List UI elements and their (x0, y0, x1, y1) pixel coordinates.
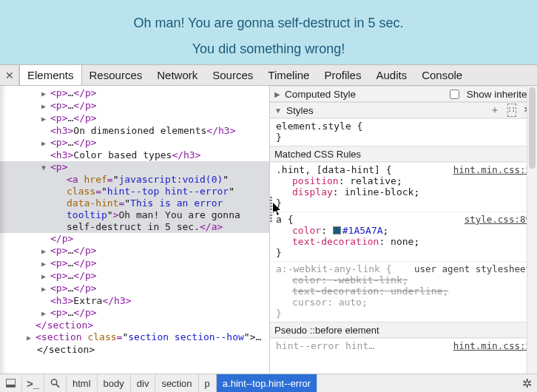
console-icon[interactable]: >_ (22, 374, 44, 392)
color-swatch-icon[interactable] (333, 226, 341, 234)
section-label: Styles (286, 105, 314, 116)
dom-node[interactable]: ▶<p>…</p> (0, 112, 269, 125)
tab-profiles[interactable]: Profiles (317, 65, 368, 85)
style-rule[interactable]: style.css:89 a { color: #1A5A7A; text-de… (270, 212, 537, 261)
chevron-right-icon[interactable]: ▶ (41, 283, 50, 295)
tab-audits[interactable]: Audits (368, 65, 414, 85)
dom-node[interactable]: <h3>Extra</h3> (0, 295, 269, 307)
close-icon[interactable]: ✕ (0, 65, 19, 85)
chevron-right-icon[interactable]: ▶ (41, 308, 50, 320)
dom-node-selected[interactable]: <a href="javascript:void(0)" class="hint… (0, 174, 269, 233)
stylesheet-link[interactable]: hint.min.css:5 (453, 164, 531, 175)
svg-rect-1 (6, 385, 15, 387)
breadcrumb[interactable]: a.hint--top.hint--error (217, 374, 317, 392)
chevron-down-icon[interactable]: ▼ (41, 162, 50, 174)
style-rule[interactable]: user agent stylesheet a:-webkit-any-link… (270, 261, 537, 322)
svg-point-2 (51, 379, 56, 385)
page-content: Oh man! You are gonna self-destruct in 5… (0, 0, 537, 64)
dom-tree[interactable]: ▶<p>…</p> ▶<p>…</p> ▶<p>…</p> <h3>On dim… (0, 86, 269, 356)
dom-node[interactable]: ▼<p> (0, 161, 269, 174)
computed-style-section[interactable]: ▶ Computed Style Show inherited (270, 86, 537, 102)
dom-node[interactable]: <h3>On dimensioned elements</h3> (0, 125, 269, 137)
devtools-toolbar: ✕ Elements Resources Network Sources Tim… (0, 65, 537, 86)
status-bar: >_ html body div section p a.hint--top.h… (0, 374, 537, 392)
dom-node[interactable]: ▶<p>…</p> (0, 307, 269, 320)
search-icon[interactable] (44, 374, 67, 392)
dom-node[interactable]: </p> (0, 233, 269, 245)
tab-resources[interactable]: Resources (82, 65, 150, 85)
toggle-element-state-icon[interactable]: ∷ (507, 104, 516, 117)
style-rule[interactable]: hint.min.css:5 .hint, [data-hint] { posi… (270, 162, 537, 212)
chevron-right-icon[interactable]: ▶ (41, 138, 50, 149)
styles-panel[interactable]: ▶ Computed Style Show inherited ▼ Styles… (270, 86, 537, 374)
chevron-right-icon[interactable]: ▶ (41, 258, 50, 270)
chevron-right-icon[interactable]: ▶ (41, 113, 50, 125)
breadcrumb[interactable]: html (67, 374, 98, 392)
chevron-right-icon[interactable]: ▶ (274, 90, 280, 98)
stylesheet-link[interactable]: hint.min.css:5 (453, 340, 531, 351)
tab-console[interactable]: Console (414, 65, 470, 85)
style-rule[interactable]: element.style { } (270, 118, 537, 146)
show-inherited-label: Show inherited (467, 89, 533, 100)
scrollbar[interactable] (527, 86, 537, 374)
dom-node[interactable]: <h3>Color based types</h3> (0, 149, 269, 161)
chevron-down-icon[interactable]: ▼ (274, 107, 282, 115)
breadcrumb[interactable]: div (131, 374, 156, 392)
selector: element.style { (276, 121, 531, 132)
section-label: Pseudo ::before element (274, 325, 379, 336)
devtools: ✕ Elements Resources Network Sources Tim… (0, 64, 537, 392)
panels: ▶<p>…</p> ▶<p>…</p> ▶<p>…</p> <h3>On dim… (0, 86, 537, 374)
section-label: Matched CSS Rules (274, 149, 361, 160)
rule-origin: user agent stylesheet (414, 263, 531, 274)
breadcrumb[interactable]: section (155, 374, 198, 392)
gear-icon[interactable]: ✲ (516, 374, 537, 392)
style-rule[interactable]: hint.min.css:5 hint--error hint… (270, 338, 537, 354)
stylesheet-link[interactable]: style.css:89 (465, 214, 531, 225)
dom-node[interactable]: ▶<p>…</p> (0, 137, 269, 149)
tab-network[interactable]: Network (149, 65, 205, 85)
tooltip-demo-line1: Oh man! You are gonna self-destruct in 5… (133, 16, 403, 31)
scrollbar-thumb[interactable] (529, 87, 536, 169)
panel-tabs: Elements Resources Network Sources Timel… (19, 65, 470, 85)
dom-node[interactable]: </section> (0, 320, 269, 331)
dom-node[interactable]: ▶<p>…</p> (0, 245, 269, 257)
show-inherited-checkbox[interactable] (450, 89, 459, 99)
chevron-right-icon[interactable]: ▶ (41, 101, 50, 112)
breadcrumb[interactable]: p (199, 374, 217, 392)
dom-node[interactable]: ▶<p>…</p> (0, 100, 269, 112)
dom-node[interactable]: ▶<p>…</p> (0, 270, 269, 283)
chevron-right-icon[interactable]: ▶ (41, 246, 50, 257)
styles-section[interactable]: ▼ Styles ＋ ∷ ✲ (270, 102, 537, 118)
dom-node[interactable]: ▶<p>…</p> (0, 87, 269, 100)
tab-timeline[interactable]: Timeline (260, 65, 317, 85)
tab-sources[interactable]: Sources (205, 65, 260, 85)
section-label: Computed Style (285, 89, 356, 100)
tooltip-demo-line2: You did something wrong! (192, 41, 345, 57)
breadcrumb[interactable]: body (98, 374, 131, 392)
elements-panel[interactable]: ▶<p>…</p> ▶<p>…</p> ▶<p>…</p> <h3>On dim… (0, 86, 270, 374)
tab-elements[interactable]: Elements (19, 65, 82, 85)
pseudo-before-section[interactable]: Pseudo ::before element (270, 322, 537, 338)
matched-rules-section[interactable]: Matched CSS Rules (270, 146, 537, 162)
new-style-rule-icon[interactable]: ＋ (490, 104, 500, 117)
svg-line-3 (56, 384, 59, 387)
dom-node[interactable]: ▶<p>…</p> (0, 257, 269, 270)
chevron-right-icon[interactable]: ▶ (27, 332, 36, 344)
dom-node[interactable]: ▶<p>…</p> (0, 283, 269, 295)
dom-node[interactable]: ▶<section class="section section--how">…… (0, 331, 269, 356)
chevron-right-icon[interactable]: ▶ (41, 88, 50, 100)
chevron-right-icon[interactable]: ▶ (41, 271, 50, 283)
dock-icon[interactable] (0, 374, 22, 392)
